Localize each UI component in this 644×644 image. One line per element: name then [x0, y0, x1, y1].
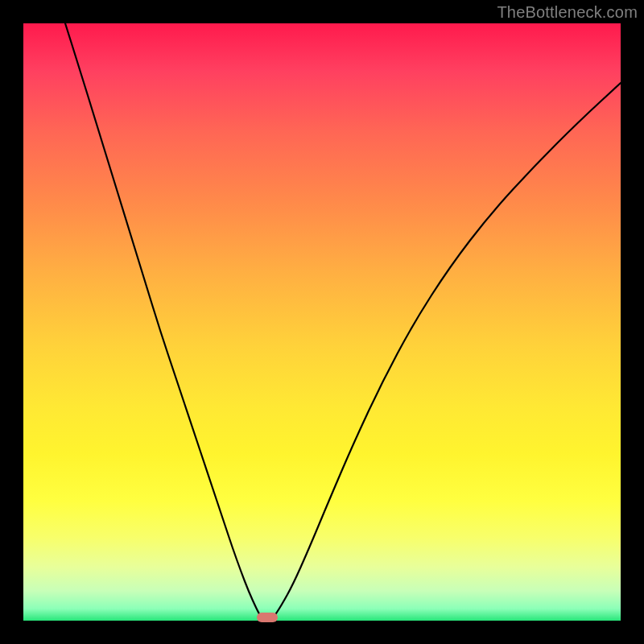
watermark-text: TheBottleneck.com	[497, 3, 638, 22]
curve-left-branch	[65, 23, 262, 618]
curve-right-branch	[273, 83, 621, 618]
optimum-marker	[257, 613, 278, 622]
bottleneck-curve	[23, 23, 621, 621]
chart-frame: TheBottleneck.com	[0, 0, 644, 644]
plot-area	[23, 23, 621, 621]
